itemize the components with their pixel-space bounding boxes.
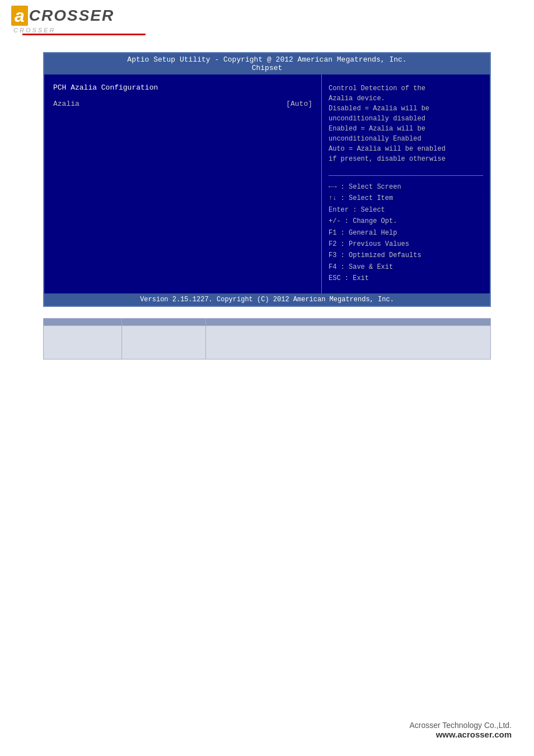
help-line-7: if present, disable otherwise bbox=[329, 154, 483, 164]
help-line-2: Disabled = Azalia will be bbox=[329, 104, 483, 114]
help-line-3: unconditionally disabled bbox=[329, 114, 483, 124]
bios-footer: Version 2.15.1227. Copyright (C) 2012 Am… bbox=[44, 293, 490, 306]
bios-subtitle-text: Chipset bbox=[44, 64, 490, 72]
logo-brand-name: CROSSER bbox=[29, 7, 114, 25]
logo-area: a CROSSER CROSSER bbox=[0, 0, 534, 41]
key-line-4: F1 : General Help bbox=[329, 227, 483, 239]
info-table bbox=[43, 318, 491, 360]
key-line-2: Enter : Select bbox=[329, 204, 483, 216]
table-cell-col3 bbox=[206, 325, 491, 359]
bios-item-row: Azalia [Auto] bbox=[53, 100, 312, 108]
footer-company: Acrosser Technology Co.,Ltd. bbox=[409, 721, 512, 730]
logo-wrapper: a CROSSER CROSSER bbox=[11, 6, 146, 35]
bios-key-list: ←→ : Select Screen ↑↓ : Select Item Ente… bbox=[329, 181, 483, 284]
key-line-8: ESC : Exit bbox=[329, 273, 483, 284]
table-cell-col1 bbox=[44, 325, 122, 359]
key-line-5: F2 : Previous Values bbox=[329, 239, 483, 250]
page-footer: Acrosser Technology Co.,Ltd. www.acrosse… bbox=[409, 721, 512, 739]
bios-title-text: Aptio Setup Utility - Copyright @ 2012 A… bbox=[44, 55, 490, 64]
bios-keys-divider bbox=[329, 175, 483, 176]
table-row bbox=[44, 325, 491, 359]
bios-item-label: Azalia bbox=[53, 100, 79, 108]
bios-left-panel: PCH Azalia Configuration Azalia [Auto] bbox=[44, 74, 322, 293]
table-header-col2 bbox=[122, 318, 206, 325]
bios-item-value: [Auto] bbox=[286, 100, 312, 108]
table-header-col3 bbox=[206, 318, 491, 325]
bios-right-panel: Control Detection of the Azalia device. … bbox=[322, 74, 490, 293]
help-line-4: Enabled = Azalia will be bbox=[329, 124, 483, 134]
help-line-5: unconditionally Enabled bbox=[329, 134, 483, 144]
logo-shadow-text: CROSSER bbox=[11, 27, 146, 34]
key-line-1: ↑↓ : Select Item bbox=[329, 193, 483, 204]
key-line-0: ←→ : Select Screen bbox=[329, 181, 483, 193]
logo-underline bbox=[22, 34, 146, 35]
help-line-0: Control Detection of the bbox=[329, 83, 483, 94]
footer-url: www.acrosser.com bbox=[409, 730, 512, 739]
logo-a-letter: a bbox=[11, 6, 28, 26]
table-cell-col2 bbox=[122, 325, 206, 359]
logo-box: a CROSSER bbox=[11, 6, 146, 26]
key-line-3: +/- : Change Opt. bbox=[329, 216, 483, 227]
help-line-1: Azalia device. bbox=[329, 94, 483, 104]
table-header-row bbox=[44, 318, 491, 325]
bios-container: Aptio Setup Utility - Copyright @ 2012 A… bbox=[43, 52, 491, 307]
table-header-col1 bbox=[44, 318, 122, 325]
bios-section-title: PCH Azalia Configuration bbox=[53, 83, 312, 92]
bios-help-text: Control Detection of the Azalia device. … bbox=[329, 83, 483, 164]
bios-titlebar: Aptio Setup Utility - Copyright @ 2012 A… bbox=[44, 53, 490, 74]
key-line-7: F4 : Save & Exit bbox=[329, 262, 483, 273]
help-line-6: Auto = Azalia will be enabled bbox=[329, 144, 483, 154]
key-line-6: F3 : Optimized Defaults bbox=[329, 250, 483, 261]
bios-main-area: PCH Azalia Configuration Azalia [Auto] C… bbox=[44, 74, 490, 293]
